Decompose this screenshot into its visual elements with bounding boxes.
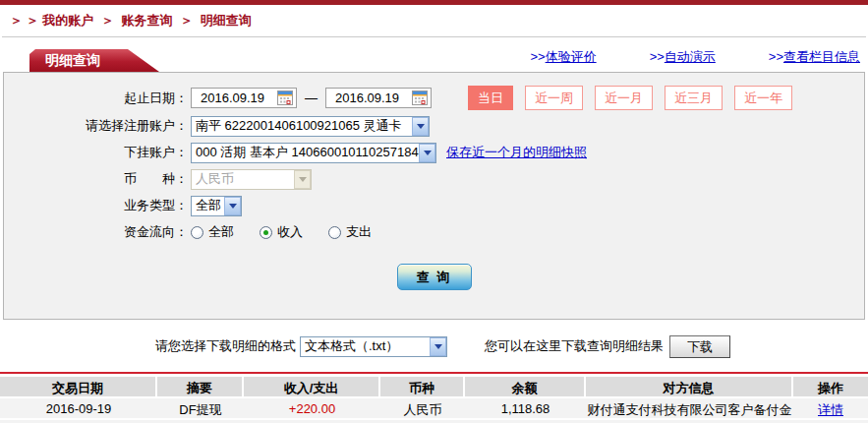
chevron-down-icon[interactable] [224,197,241,215]
tab-detail-query: 明细查询 [29,49,159,72]
col-header-summary: 摘要 [157,377,244,396]
fund-flow-option-label: 全部 [208,223,234,241]
quick-button-today[interactable]: 当日 [468,86,513,110]
date-range-label: 起止日期： [4,90,191,107]
query-form-panel: 起止日期： 2016.09.19 — 2016.09.19 [3,72,865,320]
col-header-action: 操作 [793,377,868,396]
biz-type-label: 业务类型： [4,197,191,214]
fund-flow-option-expense[interactable]: 支出 [328,223,372,241]
cell-counterparty: 财付通支付科技有限公司客户备付金 [586,398,793,418]
cell-currency: 人民币 [380,398,465,418]
breadcrumb-separator: ＞ [101,13,114,28]
register-account-row: 请选择注册账户： 南平 6222001406100921065 灵通卡 [4,115,864,137]
fund-flow-option-all[interactable]: 全部 [191,223,234,241]
col-header-counterparty: 对方信息 [586,377,793,396]
date-range-row: 起止日期： 2016.09.19 — 2016.09.19 [4,86,864,110]
breadcrumb-separator: ＞ [180,13,193,28]
sub-account-row: 下挂账户： 000 活期 基本户 1406600101102571848 保存近… [4,142,864,163]
link-label: 体验评价 [546,49,597,64]
breadcrumb-item-my-account[interactable]: 我的账户 [42,13,93,28]
date-to-input[interactable]: 2016.09.19 [325,88,432,108]
quick-button-last-week[interactable]: 近一周 [525,86,583,110]
cell-amount: +220.00 [244,398,380,418]
date-to-value: 2016.09.19 [335,91,399,105]
register-account-select[interactable]: 南平 6222001406100921065 灵通卡 [191,116,430,137]
register-account-label: 请选择注册账户： [4,117,191,135]
fund-flow-row: 资金流向： 全部 收入 支出 [4,221,864,243]
radio-icon[interactable] [191,226,203,239]
download-format-label: 请您选择下载明细的格式 [155,337,296,355]
link-prefix: >> [650,49,665,64]
col-header-amount: 收入/支出 [244,377,380,396]
fund-flow-option-label: 支出 [346,223,372,241]
breadcrumb-divider [2,36,866,37]
calendar-icon[interactable] [277,91,293,105]
download-format-value: 文本格式（.txt） [301,337,430,355]
currency-value: 人民币 [192,170,294,188]
currency-row: 币 种： 人民币 [4,168,864,190]
breadcrumb-item-detail-query[interactable]: 明细查询 [201,13,252,28]
breadcrumb-prefix: ＞ ＞ [10,13,39,28]
detail-link[interactable]: 详情 [818,402,843,417]
date-from-value: 2016.09.19 [201,91,264,105]
transactions-table: 交易日期 摘要 收入/支出 币种 余额 对方信息 操作 2016-09-19 D… [0,372,868,423]
biz-type-select[interactable]: 全部 [191,196,242,216]
chevron-down-icon[interactable] [419,144,435,162]
sub-account-label: 下挂账户： [4,144,191,161]
sub-account-value: 000 活期 基本户 1406600101102571848 [192,144,419,161]
date-range-dash: — [305,91,318,105]
query-button[interactable]: 查 询 [397,264,472,290]
cell-balance: 1,118.68 [465,398,586,418]
fund-flow-label: 资金流向： [4,223,191,241]
cell-date: 2016-09-19 [0,398,157,418]
breadcrumb-item-account-query[interactable]: 账务查询 [122,13,173,28]
biz-type-row: 业务类型： 全部 [4,195,864,216]
quick-button-last-year[interactable]: 近一年 [734,86,792,110]
view-column-info-link[interactable]: >>查看栏目信息 [769,48,860,66]
query-button-row: 查 询 [4,264,864,290]
col-header-currency: 币种 [380,377,465,396]
link-label: 查看栏目信息 [783,49,860,64]
fund-flow-option-income[interactable]: 收入 [260,223,303,241]
radio-checked-icon[interactable] [260,226,272,239]
date-from-input[interactable]: 2016.09.19 [191,88,297,108]
link-prefix: >> [769,49,783,64]
link-prefix: >> [530,49,545,64]
save-snapshot-link[interactable]: 保存近一个月的明细快照 [446,144,587,161]
sub-account-select[interactable]: 000 活期 基本户 1406600101102571848 [191,143,436,163]
download-button[interactable]: 下载 [669,335,730,358]
radio-icon[interactable] [328,226,341,239]
quick-range-buttons: 当日 近一周 近一月 近三月 近一年 [468,86,792,110]
calendar-icon[interactable] [412,91,428,105]
register-account-value: 南平 6222001406100921065 灵通卡 [192,117,412,135]
header-links: >>体验评价 >>自动演示 >>查看栏目信息 [530,48,860,66]
section-header: 明细查询 >>体验评价 >>自动演示 >>查看栏目信息 [0,42,868,72]
chevron-down-icon[interactable] [412,117,429,136]
cell-action: 详情 [793,398,868,418]
download-row: 请您选择下载明细的格式 文本格式（.txt） 您可以在这里下载查询明细结果 下载 [155,334,868,358]
fund-flow-option-label: 收入 [277,223,303,241]
breadcrumb: ＞ ＞ 我的账户 ＞ 账务查询 ＞ 明细查询 [0,5,868,34]
chevron-down-icon[interactable] [430,337,446,356]
col-header-balance: 余额 [465,377,586,396]
table-header-row: 交易日期 摘要 收入/支出 币种 余额 对方信息 操作 [0,377,868,396]
currency-select: 人民币 [191,169,312,190]
biz-type-value: 全部 [192,197,224,214]
quick-button-last-3-months[interactable]: 近三月 [665,86,723,110]
download-format-select[interactable]: 文本格式（.txt） [300,336,447,357]
fund-flow-options: 全部 收入 支出 [191,223,397,241]
link-label: 自动演示 [665,49,716,64]
chevron-down-icon [294,170,311,189]
table-row: 2016-09-19 DF提现 +220.00 人民币 1,118.68 财付通… [0,398,868,418]
download-hint: 您可以在这里下载查询明细结果 [485,337,664,355]
col-header-date: 交易日期 [0,377,157,396]
quick-button-last-month[interactable]: 近一月 [595,86,653,110]
cell-summary: DF提现 [157,398,244,418]
auto-demo-link[interactable]: >>自动演示 [650,48,716,66]
currency-label: 币 种： [4,170,191,188]
experience-review-link[interactable]: >>体验评价 [530,48,596,66]
